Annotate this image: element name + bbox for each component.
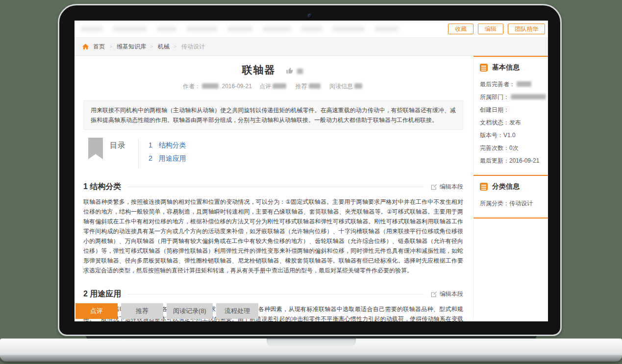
team-pick-button[interactable]: 团队精华 [508, 24, 545, 34]
category-link[interactable]: 传动设计 [509, 200, 533, 207]
content-area: 联轴器 作者： 2016-09-21 点评 推荐 阅读信息 用来联接不同机构中的… [75, 56, 548, 320]
read-count-redacted [354, 83, 362, 89]
toc-item-number: 2 [149, 154, 152, 162]
article-summary: 用来联接不同机构中的两根轴（主动轴和从动轴）使之共同旋转以传递扭矩的机械零件。在… [83, 100, 463, 130]
author-name-redacted [202, 83, 219, 89]
section-divider [128, 187, 424, 187]
breadcrumb: 首页 ＞ 维基知识库 ＞ 机械 ＞ 传动设计 [75, 37, 548, 56]
field-revision-count: 完善次数：0次 [480, 142, 544, 154]
laptop-base [0, 339, 622, 355]
laptop-notch [267, 339, 356, 347]
recommend-count-label[interactable]: 推荐 [296, 83, 307, 90]
document-list-icon [480, 64, 488, 72]
edit-button[interactable]: 编辑 [478, 24, 503, 34]
laptop-screen: 收藏 编辑 团队精华 首页 ＞ 维基知识库 ＞ 机械 ＞ 传动设计 [58, 4, 562, 336]
section-2-heading: 2 用途应用 [83, 289, 121, 299]
title-row: 联轴器 [83, 64, 463, 78]
tab-recommend[interactable]: 推荐 [121, 303, 163, 319]
edit-pencil-icon [431, 184, 437, 190]
comment-count-redacted [273, 83, 286, 89]
toc-title: 目录 [110, 141, 125, 151]
edit-pencil-icon [431, 291, 437, 297]
edit-section-label: 编辑本段 [440, 183, 463, 191]
toc-item-structure[interactable]: 1结构分类 [149, 139, 186, 152]
basic-info-title: 基本信息 [492, 63, 520, 72]
field-last-updated: 最后更新：2016-09-21 [480, 154, 544, 167]
right-sidebar: 基本信息 最后完善者： 所属部门： 创建日期： 文档状态：发布 [473, 56, 548, 320]
read-info-label[interactable]: 阅读信息 [329, 83, 353, 90]
category-info-panel: 分类信息 所属分类：传动设计 [473, 175, 548, 218]
toc-item-label[interactable]: 用途应用 [159, 154, 186, 162]
bookmark-icon [88, 138, 103, 159]
tab-comment[interactable]: 点评 [75, 303, 118, 319]
thumbs-up-icon[interactable] [286, 66, 294, 78]
toc-item-usage[interactable]: 2用途应用 [149, 152, 186, 165]
field-create-date: 创建日期： [480, 103, 544, 116]
department-redacted [511, 94, 546, 99]
field-category: 所属分类：传动设计 [480, 197, 544, 210]
article-meta: 作者： 2016-09-21 点评 推荐 阅读信息 [83, 82, 463, 91]
breadcrumb-separator: ＞ [149, 43, 154, 50]
page-title: 联轴器 [242, 64, 276, 75]
top-header: 收藏 编辑 团队精华 [75, 21, 548, 37]
section-1-header: 1 结构分类 编辑本段 [83, 182, 463, 192]
toc-item-number: 1 [149, 141, 152, 149]
laptop-mockup: 收藏 编辑 团队精华 首页 ＞ 维基知识库 ＞ 机械 ＞ 传动设计 [0, 0, 622, 364]
document-list-icon [480, 183, 488, 191]
basic-info-header: 基本信息 [480, 63, 544, 72]
like-count-redacted [297, 69, 303, 74]
field-version: 版本号：V1.0 [480, 129, 544, 142]
breadcrumb-separator: ＞ [108, 43, 113, 50]
edit-section-2-link[interactable]: 编辑本段 [431, 290, 463, 298]
breadcrumb-home[interactable]: 首页 [93, 43, 105, 51]
edit-section-1-link[interactable]: 编辑本段 [431, 183, 463, 191]
tab-read-history[interactable]: 阅读记录(8) [167, 303, 213, 319]
comment-count-label[interactable]: 点评 [259, 83, 271, 90]
category-info-title: 分类信息 [492, 182, 520, 191]
toc-divider [138, 139, 139, 168]
section-1-body: 联轴器种类繁多，按照被连接两轴的相对位置和位置的变动情况，可以分为：①固定式联轴… [83, 197, 463, 275]
field-doc-status: 文档状态：发布 [480, 116, 544, 129]
home-icon [82, 44, 89, 49]
article: 联轴器 作者： 2016-09-21 点评 推荐 阅读信息 用来联接不同机构中的… [75, 56, 473, 320]
bottom-tabs: 点评 推荐 阅读记录(8) 流程处理 [75, 303, 258, 319]
redacted-nav [80, 26, 399, 32]
field-department: 所属部门： [480, 91, 544, 103]
breadcrumb-machinery[interactable]: 机械 [158, 43, 170, 51]
breadcrumb-wiki[interactable]: 维基知识库 [117, 43, 146, 51]
author-label: 作者： [183, 83, 200, 90]
tab-workflow[interactable]: 流程处理 [216, 303, 258, 319]
last-editor-redacted [517, 81, 531, 87]
basic-info-panel: 基本信息 最后完善者： 所属部门： 创建日期： 文档状态：发布 [473, 56, 548, 175]
webcam-icon [308, 14, 312, 18]
section-1-heading: 1 结构分类 [83, 182, 121, 192]
publish-date: 2016-09-21 [222, 83, 251, 90]
browser-page: 收藏 编辑 团队精华 首页 ＞ 维基知识库 ＞ 机械 ＞ 传动设计 [75, 21, 548, 321]
edit-section-label: 编辑本段 [440, 290, 463, 298]
laptop-base-edge [0, 355, 622, 362]
field-last-editor: 最后完善者： [480, 78, 544, 91]
section-divider [128, 294, 424, 294]
recommend-count-redacted [309, 83, 321, 89]
toc-item-label[interactable]: 结构分类 [159, 141, 186, 149]
category-info-header: 分类信息 [480, 182, 544, 191]
breadcrumb-current: 传动设计 [181, 43, 205, 51]
breadcrumb-separator: ＞ [173, 43, 178, 50]
favorite-button[interactable]: 收藏 [448, 24, 473, 34]
table-of-contents: 目录 1结构分类 2用途应用 [83, 137, 463, 168]
section-2-header: 2 用途应用 编辑本段 [83, 289, 463, 299]
